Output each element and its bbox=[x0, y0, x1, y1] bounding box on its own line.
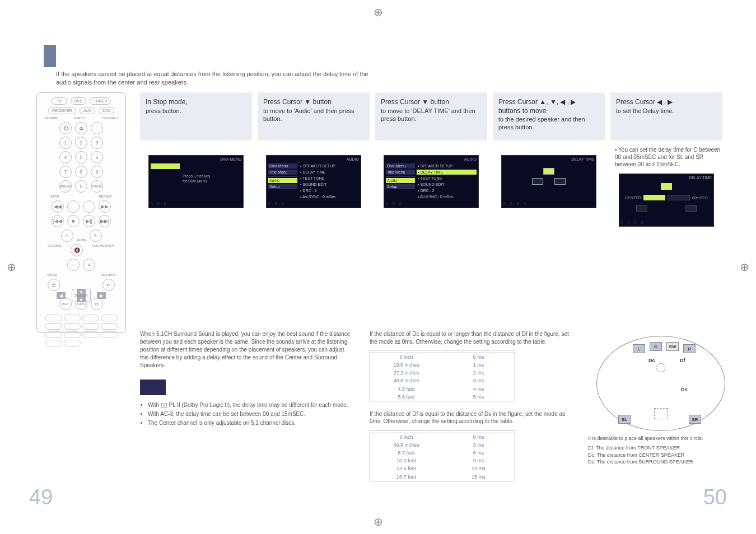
crop-mark-bottom: ⊕ bbox=[374, 515, 383, 528]
tvvideo-btn bbox=[91, 122, 103, 134]
osd3-tr: AUDIO bbox=[464, 157, 477, 161]
volume-label: VOLUME bbox=[48, 244, 62, 256]
label-Ds: Ds bbox=[681, 387, 688, 392]
mute-icon: 🔇 bbox=[71, 244, 83, 256]
step-btn bbox=[67, 200, 80, 213]
table-row: 13.6 inches1 ms bbox=[370, 361, 515, 369]
skip-back-icon: |◀◀ bbox=[52, 215, 64, 227]
table-row: 40.8 inches3 ms bbox=[370, 441, 515, 449]
label-Df: Df bbox=[680, 358, 685, 363]
osd4-dpad bbox=[532, 168, 566, 185]
osd5-ms-label: 00mSEC bbox=[692, 196, 708, 200]
osd1-msg1: Press Enter key bbox=[183, 174, 210, 178]
table-row: 16.7 feet15 ms bbox=[370, 473, 515, 481]
table-row: 0 inch0 ms bbox=[370, 353, 515, 361]
table-row: 27.2 inches2 ms bbox=[370, 369, 515, 377]
table-row: 10.0 feet9 ms bbox=[370, 457, 515, 465]
step-4-rest: to the desired speaker and then press bu… bbox=[498, 116, 585, 130]
num-9: 9 bbox=[91, 166, 103, 178]
osd-1: DivX-MENU Press Enter keyfor Divx Menu ▯… bbox=[148, 155, 244, 208]
osd2-tr: AUDIO bbox=[347, 157, 359, 161]
legend-ds: Ds: The distance from SURROUND SPEAKER bbox=[588, 458, 734, 466]
table-row: 4.5 feet4 ms bbox=[370, 385, 515, 393]
remote-control: TV DVD TUNER RECEIVER AUX D.IN POWER EJE… bbox=[36, 92, 126, 333]
bullet-1: With ▯▯ PL II (Dolby Pro Logic II), the … bbox=[148, 401, 375, 410]
info-btn: INFO bbox=[59, 298, 72, 310]
step-label: STEP bbox=[50, 195, 59, 198]
dpad-left-icon: ◀ bbox=[57, 292, 66, 299]
table-row: 40.8 inches3 ms bbox=[370, 377, 515, 385]
power-icon: ⏻ bbox=[59, 122, 72, 134]
page-spread: If the speakers cannot be placed at equa… bbox=[34, 34, 722, 500]
mute-label: MUTE bbox=[77, 238, 86, 242]
num-2: 2 bbox=[75, 137, 87, 149]
remote-small-grid bbox=[45, 315, 118, 346]
num-3: 3 bbox=[91, 137, 103, 149]
vol-down-icon: − bbox=[67, 259, 80, 271]
next-icon: ▶▶ bbox=[99, 200, 111, 213]
bullet-3: The Center channel is only adjustable on… bbox=[148, 419, 375, 428]
num-8: 8 bbox=[75, 166, 87, 178]
num-1: 1 bbox=[59, 137, 72, 149]
intro-text: If the speakers cannot be placed at equa… bbox=[56, 70, 370, 87]
steps-row: In Stop mode, press button. DivX-MENU Pr… bbox=[140, 92, 722, 227]
dpad-enter: ENTER bbox=[72, 289, 91, 302]
step-1: In Stop mode, press button. DivX-MENU Pr… bbox=[140, 92, 252, 227]
table-surround: 0 inch0 ms40.8 inches3 ms6.7 feet6 ms10.… bbox=[370, 430, 515, 481]
osd5-tr: DELAY TIME bbox=[689, 176, 712, 180]
listener-icon bbox=[656, 363, 665, 372]
tvvideo-label: TV/VIDEO bbox=[102, 116, 118, 120]
remote-tuner: TUNER bbox=[90, 97, 111, 105]
table-row: 6.7 feet6 ms bbox=[370, 449, 515, 457]
surround-para: When 5.1CH Surround Sound is played, you… bbox=[140, 330, 353, 369]
power-label: POWER bbox=[45, 116, 58, 120]
remote-din: D.IN bbox=[99, 107, 114, 114]
step-2-lead: Press Cursor ▼ button bbox=[263, 98, 332, 106]
speaker-circle-diagram: L C SW R SL SR Dc Df Ds bbox=[596, 336, 725, 431]
osd-2: AUDIO Divx MenuTitle MenuAudioSetup • SP… bbox=[266, 155, 361, 208]
center-text: If the distance of Dc is equal to or lon… bbox=[370, 330, 577, 345]
return-label: RETURN bbox=[101, 273, 115, 277]
speaker-C: C bbox=[650, 342, 662, 351]
remote-dvd: DVD bbox=[71, 97, 87, 105]
step-4: Press Cursor ▲, ▼, ◀ , ▶ buttons to move… bbox=[493, 92, 605, 227]
eject-icon: ⏏ bbox=[75, 122, 87, 134]
surround-text: If the distance of Df is equal to the di… bbox=[370, 410, 577, 425]
speaker-SW: SW bbox=[666, 342, 679, 351]
step-3-rest: to move to 'DELAY TIME' and then press b… bbox=[381, 107, 475, 122]
page-number-left: 49 bbox=[29, 485, 53, 509]
vol-up-icon: + bbox=[61, 229, 73, 242]
speaker-SR: SR bbox=[689, 415, 701, 424]
osd-4: DELAY TIME ▯▯▯▯ bbox=[501, 155, 596, 208]
crop-mark-right: ⊕ bbox=[740, 260, 749, 274]
speaker-SL: SL bbox=[618, 415, 631, 424]
subtitle-icon: ▭ bbox=[91, 298, 103, 310]
remote-column: TV DVD TUNER RECEIVER AUX D.IN POWER EJE… bbox=[36, 92, 132, 333]
dpad-right-icon: ▶ bbox=[97, 292, 106, 299]
skip-fwd-icon: ▶▶| bbox=[99, 215, 111, 227]
crop-mark-left: ⊕ bbox=[7, 260, 16, 274]
diagram-legend: Df: The distance from FRONT SPEAKER Dc: … bbox=[588, 444, 734, 466]
num-7: 7 bbox=[59, 166, 72, 178]
num-6: 6 bbox=[91, 151, 103, 163]
step-4-lead: Press Cursor ▲, ▼, ◀ , ▶ buttons to move bbox=[498, 98, 576, 115]
step-5: Press Cursor ◀ , ▶ to set the Delay time… bbox=[610, 92, 722, 227]
menu-icon: ☰ bbox=[48, 279, 60, 291]
step-4-head: Press Cursor ▲, ▼, ◀ , ▶ buttons to move… bbox=[493, 92, 605, 140]
step-2-rest: to move to 'Audio' and then press button… bbox=[263, 107, 354, 122]
step-1-head: In Stop mode, press button. bbox=[140, 92, 252, 140]
remote-tv: TV bbox=[52, 97, 67, 105]
step-5-rest: to set the Delay time. bbox=[616, 107, 674, 114]
step-5-note: • You can set the delay time for C betwe… bbox=[610, 146, 722, 168]
right-block: If the distance of Dc is equal to or lon… bbox=[370, 330, 577, 490]
osd1-msg2: for Divx Menu bbox=[183, 179, 207, 183]
num-0: 0 bbox=[75, 180, 87, 193]
bullets: With ▯▯ PL II (Dolby Pro Logic II), the … bbox=[140, 401, 375, 428]
play-pause-icon: ▶|| bbox=[83, 215, 95, 227]
osd-5: DELAY TIME CENTER 00mSEC ▯▯▯▯ bbox=[619, 174, 714, 227]
eject-label: EJECT bbox=[74, 116, 85, 120]
table-row: 0 inch0 ms bbox=[370, 433, 515, 441]
step-3: Press Cursor ▼ button to move to 'DELAY … bbox=[375, 92, 487, 227]
table-center: 0 inch0 ms13.6 inches1 ms27.2 inches2 ms… bbox=[370, 350, 515, 401]
cancel-btn: CANCEL bbox=[91, 180, 103, 193]
